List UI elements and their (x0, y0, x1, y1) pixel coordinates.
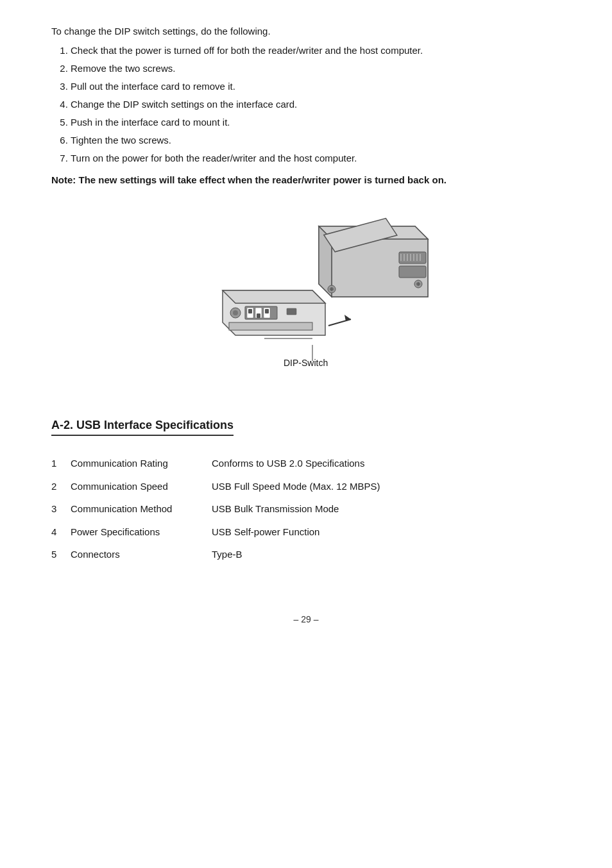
diagram-label: DIP-Switch (284, 358, 328, 368)
spec-row: 1Communication RatingConforms to USB 2.0… (51, 455, 561, 472)
spec-value: USB Self-power Function (212, 524, 319, 540)
intro-text: To change the DIP switch settings, do th… (51, 26, 561, 37)
page-footer: – 29 – (51, 614, 561, 624)
spec-num: 2 (51, 478, 71, 495)
spec-num: 4 (51, 524, 71, 540)
diagram-container: DIP-Switch (51, 207, 561, 387)
spec-label: Communication Method (71, 501, 212, 517)
spec-label: Communication Rating (71, 455, 212, 472)
spec-table: 1Communication RatingConforms to USB 2.0… (51, 455, 561, 563)
dip-switch-diagram: DIP-Switch (171, 207, 441, 387)
spec-value: USB Bulk Transmission Mode (212, 501, 339, 517)
step-4: Change the DIP switch settings on the in… (71, 97, 561, 112)
svg-rect-29 (257, 313, 260, 318)
step-7: Turn on the power for both the reader/wr… (71, 151, 561, 166)
svg-marker-22 (223, 290, 325, 303)
spec-value: Conforms to USB 2.0 Specifications (212, 455, 364, 472)
steps-list: Check that the power is turned off for b… (71, 43, 561, 166)
spec-num: 1 (51, 455, 71, 472)
spec-num: 3 (51, 501, 71, 517)
spec-value: Type-B (212, 546, 242, 563)
section-heading: A-2. USB Interface Specifications (51, 419, 561, 449)
step-3: Pull out the interface card to remove it… (71, 79, 561, 94)
step-6: Tighten the two screws. (71, 133, 561, 148)
svg-rect-5 (399, 266, 426, 278)
spec-row: 3Communication MethodUSB Bulk Transmissi… (51, 501, 561, 517)
spec-label: Communication Speed (71, 478, 212, 495)
svg-rect-30 (265, 309, 269, 313)
spec-label: Connectors (71, 546, 212, 563)
spec-label: Power Specifications (71, 524, 212, 540)
svg-rect-28 (248, 309, 252, 313)
spec-row: 5ConnectorsType-B (51, 546, 561, 563)
step-5: Push in the interface card to mount it. (71, 115, 561, 130)
svg-rect-23 (229, 322, 312, 330)
note-text: Note: The new settings will take effect … (51, 172, 561, 188)
spec-row: 4Power SpecificationsUSB Self-power Func… (51, 524, 561, 540)
arrow (328, 315, 351, 326)
svg-rect-4 (399, 252, 426, 263)
step-2: Remove the two screws. (71, 61, 561, 76)
svg-point-33 (233, 310, 238, 315)
spec-row: 2Communication SpeedUSB Full Speed Mode … (51, 478, 561, 495)
svg-rect-31 (287, 308, 296, 315)
spec-num: 5 (51, 546, 71, 563)
spec-value: USB Full Speed Mode (Max. 12 MBPS) (212, 478, 380, 495)
step-1: Check that the power is turned off for b… (71, 43, 561, 58)
page-number: – 29 – (294, 614, 319, 624)
